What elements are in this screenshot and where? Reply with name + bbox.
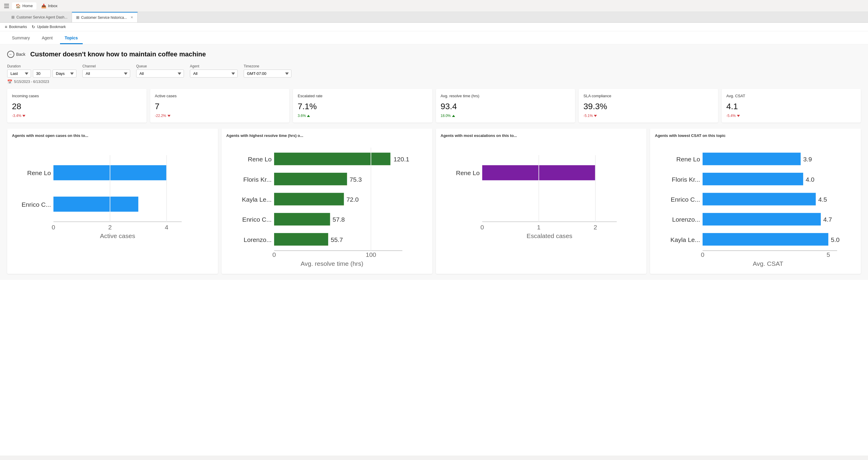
tab-2-icon: ⊞ [76, 15, 80, 20]
arrow-up-icon-3 [452, 115, 455, 117]
metric-change-1: -22.2% [155, 114, 285, 118]
tab-summary[interactable]: Summary [7, 31, 35, 44]
home-tab[interactable]: 🏠 Home [12, 2, 36, 9]
metric-card-3: Avg. resolve time (hrs) 93.4 18.0% [436, 89, 576, 123]
x-axis-title-0: Active cases [100, 232, 135, 239]
chart-title-3: Agents with lowest CSAT on this topic [655, 133, 856, 138]
metric-value-4: 39.3% [584, 102, 713, 111]
content-area: ← Back Customer doesn't know how to main… [0, 44, 868, 280]
bar-val-1-1: 75.3 [349, 176, 362, 183]
duration-value-input[interactable] [33, 69, 51, 77]
home-tab-label: Home [22, 4, 33, 8]
agent-select[interactable]: All [190, 69, 238, 77]
metric-value-3: 93.4 [441, 102, 570, 111]
agent-label: Agent [190, 64, 238, 68]
bar-3-1 [703, 173, 803, 185]
tab-agent-label: Agent [42, 35, 53, 40]
metric-value-5: 4.1 [726, 102, 856, 111]
duration-controls: Last Days [7, 69, 76, 77]
metric-value-2: 7.1% [298, 102, 428, 111]
x-tick-0-1: 2 [108, 224, 112, 231]
tab-agent[interactable]: Agent [37, 31, 58, 44]
duration-period-select[interactable]: Last [7, 69, 31, 77]
metric-card-5: Avg. CSAT 4.1 -5.4% [722, 89, 861, 123]
hamburger-line-2 [4, 6, 9, 6]
page-tabs: Summary Agent Topics [0, 31, 868, 44]
tab-topics[interactable]: Topics [60, 31, 83, 44]
x-tick-2-2: 2 [594, 224, 597, 231]
main-content: Summary Agent Topics ← Back Customer doe… [0, 31, 868, 456]
bar-val-1-0: 120.1 [394, 156, 409, 163]
x-tick-0-2: 4 [165, 224, 168, 231]
metric-change-5: -5.4% [726, 114, 856, 118]
back-button[interactable]: ← Back [7, 51, 25, 58]
bar-val-3-2: 4.5 [818, 196, 827, 203]
update-bookmark-label: Update Bookmark [37, 25, 66, 29]
bar-val-0-1: 3 [141, 201, 145, 208]
metric-change-0: -3.4% [12, 114, 142, 118]
x-axis-title-3: Avg. CSAT [753, 260, 783, 267]
bar-label-1-3: Enrico C... [242, 216, 271, 223]
hamburger-menu[interactable] [2, 2, 11, 10]
chart-card-2: Agents with most escalations on this to.… [436, 129, 647, 274]
chart-cards: Agents with most open cases on this to..… [7, 129, 861, 274]
channel-filter: Channel All [83, 64, 130, 77]
bar-1-0 [274, 153, 391, 165]
metric-title-5: Avg. CSAT [726, 94, 856, 98]
metric-change-4: -5.1% [584, 114, 713, 118]
browser-tab-bar: ⊞ Customer Service Agent Dash... ⊞ Custo… [0, 12, 868, 23]
browser-tab-2[interactable]: ⊞ Customer Service historica... ✕ [72, 12, 138, 22]
queue-filter: Queue All [136, 64, 184, 77]
chart-title-0: Agents with most open cases on this to..… [12, 133, 213, 138]
chart-area-3: Rene Lo Floris Kr... Enrico C... Lorenzo… [655, 142, 856, 269]
tab-1-icon: ⊞ [11, 15, 14, 20]
arrow-down-icon-1 [167, 115, 170, 117]
bar-label-2-0: Rene Lo [456, 169, 479, 176]
queue-controls: All [136, 69, 184, 77]
chart-card-1: Agents with highest resolve time (hrs) o… [222, 129, 432, 274]
bar-label-3-2: Enrico C... [671, 196, 700, 203]
duration-unit-select[interactable]: Days [53, 69, 76, 77]
page-title: Customer doesn't know how to maintain co… [30, 51, 206, 58]
bar-3-4 [703, 233, 828, 245]
bar-3-3 [703, 213, 821, 226]
bar-val-0-0: 4 [170, 169, 174, 176]
arrow-up-icon-2 [307, 115, 310, 117]
x-tick-2-0: 0 [480, 224, 484, 231]
bar-3-0 [703, 153, 801, 165]
bar-1-1 [274, 173, 347, 185]
arrow-down-icon-0 [22, 115, 25, 117]
queue-label: Queue [136, 64, 184, 68]
bookmarks-button[interactable]: ≡ Bookmarks [5, 25, 27, 29]
bar-3-2 [703, 193, 816, 205]
channel-select[interactable]: All [83, 69, 130, 77]
chart-card-0: Agents with most open cases on this to..… [7, 129, 218, 274]
inbox-tab-label: Inbox [48, 4, 58, 8]
metric-change-text-0: -3.4% [12, 114, 21, 118]
close-tab-2-button[interactable]: ✕ [130, 15, 133, 20]
agent-controls: All [190, 69, 238, 77]
hamburger-line-1 [4, 4, 9, 4]
chart-svg-1: Rene Lo Floris Kr... Kayla Le... Enrico … [226, 142, 428, 268]
inbox-tab[interactable]: 📥 Inbox [38, 2, 61, 9]
metric-card-4: SLA compliance 39.3% -5.1% [579, 89, 718, 123]
timezone-select[interactable]: GMT-07:00 [244, 69, 291, 77]
metric-change-3: 18.0% [441, 114, 570, 118]
queue-select[interactable]: All [136, 69, 184, 77]
timezone-label: Timezone [244, 64, 291, 68]
browser-tab-1[interactable]: ⊞ Customer Service Agent Dash... [7, 12, 72, 22]
bar-val-1-3: 57.8 [333, 216, 345, 223]
back-label: Back [16, 52, 25, 57]
top-nav: 🏠 Home 📥 Inbox [0, 0, 868, 12]
update-bookmark-button[interactable]: ↻ Update Bookmark [32, 25, 66, 29]
bookmarks-label: Bookmarks [9, 25, 27, 29]
x-axis-title-2: Escalated cases [526, 232, 572, 239]
bookmarks-bar: ≡ Bookmarks ↻ Update Bookmark [0, 23, 868, 31]
bar-1-4 [274, 233, 328, 245]
metric-change-text-5: -5.4% [726, 114, 736, 118]
bar-label-3-4: Kayla Le... [670, 236, 700, 243]
arrow-down-icon-4 [594, 115, 597, 117]
chart-svg-2: Rene Lo 2 0 1 2 Escalated cases [441, 142, 642, 243]
tab-topics-label: Topics [65, 35, 78, 40]
timezone-controls: GMT-07:00 [244, 69, 291, 77]
